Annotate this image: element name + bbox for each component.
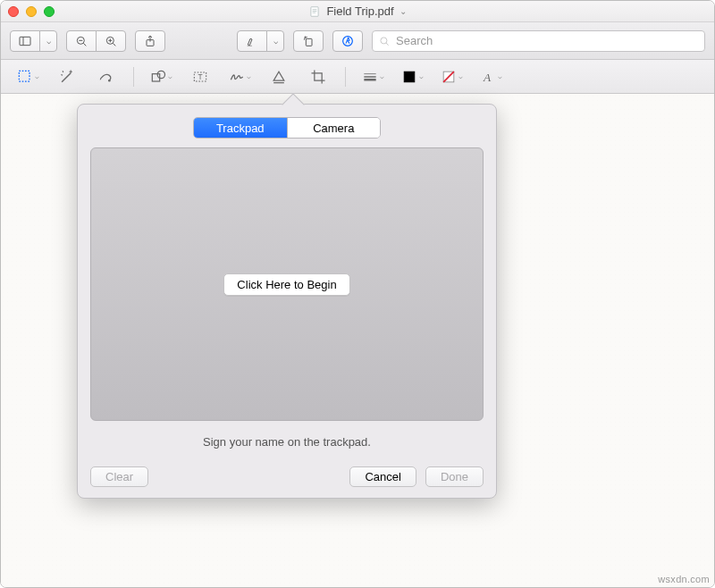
title-dropdown-chevron[interactable]: ⌄: [400, 6, 407, 16]
cancel-button[interactable]: Cancel: [349, 466, 416, 487]
line-style-icon: [361, 68, 379, 86]
svg-line-5: [83, 43, 86, 46]
begin-button[interactable]: Click Here to Begin: [223, 273, 349, 296]
svg-rect-26: [404, 71, 415, 82]
document-icon: [308, 5, 321, 18]
done-button[interactable]: Done: [425, 466, 484, 487]
rotate-button[interactable]: [293, 30, 324, 52]
note-icon: [270, 68, 288, 86]
svg-text:T: T: [198, 72, 202, 81]
svg-point-19: [157, 71, 164, 78]
markup-icon: [341, 34, 355, 48]
svg-point-17: [108, 79, 111, 81]
font-tool[interactable]: A⌵: [473, 64, 509, 89]
select-tool[interactable]: ⌵: [10, 64, 46, 89]
zoom-group: [66, 30, 126, 52]
zoom-in-button[interactable]: [96, 30, 126, 52]
share-icon: [143, 34, 157, 48]
title-center: Field Trip.pdf ⌄: [1, 4, 714, 18]
svg-rect-11: [248, 45, 252, 46]
select-icon: [16, 68, 34, 86]
sign-tool[interactable]: ⌵: [222, 64, 257, 89]
close-button[interactable]: [8, 6, 19, 17]
text-tool[interactable]: T: [182, 64, 218, 89]
svg-rect-0: [311, 6, 318, 16]
clear-button[interactable]: Clear: [90, 466, 148, 487]
border-color-tool[interactable]: ⌵: [394, 64, 430, 89]
border-icon: [400, 68, 418, 86]
svg-text:A: A: [483, 71, 492, 84]
minimize-button[interactable]: [26, 6, 37, 17]
highlight-dropdown[interactable]: ⌵: [266, 30, 284, 52]
signature-popover: Trackpad Camera Click Here to Begin Sign…: [77, 104, 497, 499]
zoom-out-button[interactable]: [66, 30, 97, 52]
main-toolbar: ⌵ ⌵ Sear: [1, 22, 714, 60]
popover-buttons: Clear Cancel Done: [90, 466, 484, 487]
font-icon: A: [479, 68, 497, 86]
watermark: wsxdn.com: [658, 574, 710, 584]
signature-hint: Sign your name on the trackpad.: [90, 435, 484, 449]
divider: [133, 67, 134, 87]
note-tool[interactable]: [261, 64, 297, 89]
shapes-tool[interactable]: ⌵: [143, 64, 179, 89]
search-icon: [378, 35, 391, 47]
sidebar-dropdown[interactable]: ⌵: [39, 30, 57, 52]
divider: [345, 67, 346, 87]
wand-tool[interactable]: [49, 64, 85, 89]
svg-line-9: [113, 43, 115, 46]
lasso-tool[interactable]: [88, 64, 124, 89]
zoom-out-icon: [74, 34, 88, 48]
share-button[interactable]: [135, 30, 165, 52]
text-icon: T: [191, 68, 209, 86]
crop-tool[interactable]: [300, 64, 336, 89]
markup-button[interactable]: [332, 30, 363, 52]
fill-icon: [440, 68, 458, 86]
fullscreen-button[interactable]: [44, 6, 55, 17]
svg-point-14: [381, 37, 387, 43]
rotate-icon: [301, 34, 315, 48]
crop-icon: [309, 68, 327, 86]
segment-trackpad[interactable]: Trackpad: [194, 118, 288, 138]
highlight-icon: [245, 34, 259, 48]
fill-color-tool[interactable]: ⌵: [433, 64, 469, 89]
lasso-icon: [97, 68, 115, 86]
search-placeholder: Search: [396, 34, 433, 47]
highlight-group: ⌵: [237, 30, 284, 52]
window-title: Field Trip.pdf: [326, 4, 393, 18]
markup-toolbar: ⌵ ⌵ T ⌵ ⌵ ⌵ ⌵: [1, 60, 714, 94]
titlebar: Field Trip.pdf ⌄: [1, 1, 714, 22]
line-style-tool[interactable]: ⌵: [355, 64, 391, 89]
svg-rect-16: [19, 71, 29, 81]
search-wrap: Search: [372, 30, 705, 52]
sidebar-button[interactable]: [10, 30, 40, 52]
segment-camera[interactable]: Camera: [288, 118, 381, 138]
signature-pad[interactable]: Click Here to Begin: [90, 147, 484, 421]
svg-line-15: [386, 43, 389, 46]
svg-rect-1: [20, 37, 30, 45]
traffic-lights: [8, 6, 55, 17]
shapes-icon: [149, 68, 167, 86]
segment-control: Trackpad Camera: [193, 117, 381, 139]
sidebar-group: ⌵: [10, 30, 57, 52]
sign-icon: [228, 68, 246, 86]
search-input[interactable]: Search: [372, 30, 705, 52]
wand-icon: [58, 68, 76, 86]
zoom-in-icon: [104, 34, 118, 48]
svg-rect-12: [306, 38, 312, 46]
highlight-button[interactable]: [237, 30, 267, 52]
